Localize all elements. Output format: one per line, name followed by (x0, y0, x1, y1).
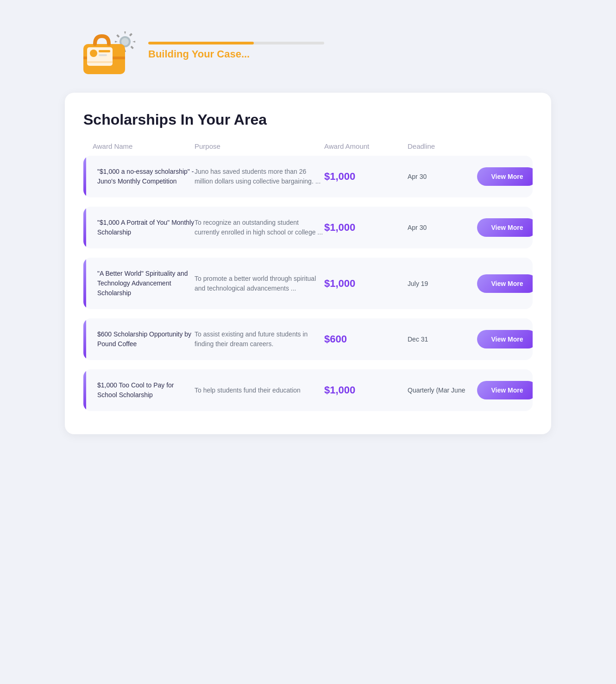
award-amount: $1,000 (324, 171, 408, 183)
table-row: $1,000 Too Cool to Pay for School Schola… (83, 369, 533, 411)
deadline-text: Apr 30 (408, 173, 477, 180)
view-more-button[interactable]: View More (477, 330, 533, 348)
svg-rect-8 (87, 61, 113, 63)
progress-bar (148, 42, 324, 44)
award-amount: $1,000 (324, 384, 408, 396)
progress-bar-fill (148, 42, 254, 44)
award-name: $1,000 Too Cool to Pay for School Schola… (93, 380, 195, 400)
purpose-text: To recognize an outstanding student curr… (195, 218, 324, 237)
award-amount: $1,000 (324, 278, 408, 290)
header-section: Building Your Case... (65, 14, 551, 93)
col-header-amount: Award Amount (324, 142, 408, 150)
purpose-text: Juno has saved students more than 26 mil… (195, 167, 324, 186)
svg-point-1 (121, 38, 129, 45)
col-header-action (477, 142, 537, 150)
deadline-text: July 19 (408, 280, 477, 287)
col-header-purpose: Purpose (195, 142, 324, 150)
deadline-text: Dec 31 (408, 336, 477, 343)
table-header: Award Name Purpose Award Amount Deadline (83, 142, 533, 156)
section-title: Scholarships In Your Area (83, 111, 533, 128)
purpose-text: To promote a better world through spirit… (195, 274, 324, 293)
col-header-deadline: Deadline (408, 142, 477, 150)
award-name: "A Better World" Spirituality and Techno… (93, 269, 195, 298)
view-more-button[interactable]: View More (477, 218, 533, 237)
view-more-button[interactable]: View More (477, 167, 533, 186)
page-wrapper: Building Your Case... Scholarships In Yo… (65, 14, 551, 434)
award-amount: $600 (324, 333, 408, 345)
award-name: "$1,000 A Portrait of You" Monthly Schol… (93, 218, 195, 237)
view-more-button[interactable]: View More (477, 381, 533, 399)
table-row: "A Better World" Spirituality and Techno… (83, 258, 533, 309)
award-name: "$1,000 a no-essay scholarship" - Juno's… (93, 167, 195, 186)
table-row: $600 Scholarship Opportunity by Pound Co… (83, 318, 533, 360)
header-text-block: Building Your Case... (148, 42, 324, 60)
deadline-text: Quarterly (Mar June (408, 386, 477, 394)
briefcase-icon (79, 23, 139, 79)
award-amount: $1,000 (324, 222, 408, 234)
award-name: $600 Scholarship Opportunity by Pound Co… (93, 329, 195, 349)
scholarships-list: "$1,000 a no-essay scholarship" - Juno's… (83, 156, 533, 411)
svg-point-5 (90, 50, 97, 57)
main-card: Scholarships In Your Area Award Name Pur… (65, 93, 551, 434)
svg-rect-6 (99, 50, 110, 52)
col-header-award-name: Award Name (93, 142, 195, 150)
purpose-text: To assist existing and future students i… (195, 329, 324, 349)
table-row: "$1,000 a no-essay scholarship" - Juno's… (83, 156, 533, 197)
deadline-text: Apr 30 (408, 224, 477, 231)
building-text: Building Your Case... (148, 48, 324, 60)
view-more-button[interactable]: View More (477, 274, 533, 293)
table-row: "$1,000 A Portrait of You" Monthly Schol… (83, 207, 533, 248)
svg-rect-7 (99, 54, 107, 56)
purpose-text: To help students fund their education (195, 386, 324, 395)
